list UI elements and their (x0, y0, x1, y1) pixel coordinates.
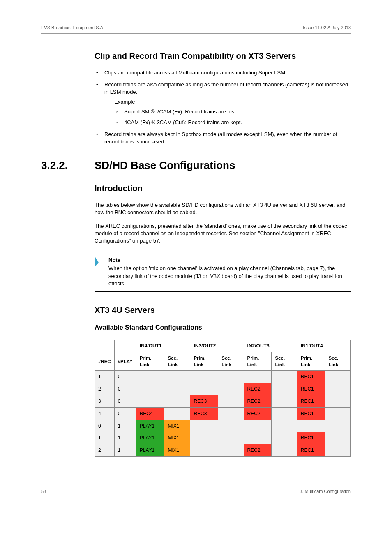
heading-introduction: Introduction (95, 183, 351, 194)
config-table: IN4/OUT1 IN3/OUT2 IN2/OUT3 IN1/OUT4 #REC… (95, 340, 351, 457)
th-prim-4: Prim. Link (297, 352, 325, 371)
cell (164, 407, 190, 420)
cell: REC1 (297, 395, 325, 407)
th-prim-2: Prim. Link (190, 352, 218, 371)
table-row: 20REC2REC1 (95, 383, 351, 395)
cell-play: 1 (114, 420, 136, 432)
cell (272, 444, 297, 457)
cell (190, 383, 218, 395)
cell-play: 0 (114, 383, 136, 395)
cell: MIX1 (164, 444, 190, 457)
section-title: SD/HD Base Configurations (95, 158, 235, 173)
cell (218, 432, 244, 444)
cell: REC2 (244, 407, 272, 420)
footer-rule (41, 486, 351, 486)
note-block: Note When the option 'mix on one channel… (95, 253, 351, 292)
table-row: 30REC3REC2REC1 (95, 395, 351, 407)
cell: PLAY1 (136, 444, 164, 457)
cell (325, 407, 350, 420)
cell: REC1 (297, 371, 325, 383)
th-prim-1: Prim. Link (136, 352, 164, 371)
cell-rec: 0 (95, 420, 115, 432)
th-io2: IN3/OUT2 (190, 340, 244, 352)
cell: PLAY1 (136, 420, 164, 432)
th-sec-3: Sec. Link (272, 352, 297, 371)
th-blank-1 (95, 340, 115, 352)
cell (297, 420, 325, 432)
cell-play: 0 (114, 395, 136, 407)
cell-play: 0 (114, 371, 136, 383)
cell: REC3 (190, 407, 218, 420)
page-number: 58 (41, 488, 46, 495)
cell (190, 444, 218, 457)
cell (325, 444, 350, 457)
header-rule (41, 33, 351, 34)
th-play: #PLAY (114, 352, 136, 371)
compat-bullets: Clips are compatible across all Multicam… (95, 69, 351, 146)
cell (218, 371, 244, 383)
cell (325, 432, 350, 444)
cell (218, 395, 244, 407)
cell: REC1 (297, 407, 325, 420)
cell (136, 383, 164, 395)
cell: MIX1 (164, 432, 190, 444)
cell (190, 432, 218, 444)
bullet-2: Record trains are also compatible as lon… (95, 81, 351, 127)
cell: REC2 (244, 444, 272, 457)
note-title: Note (108, 257, 351, 264)
cell (272, 432, 297, 444)
cell (164, 383, 190, 395)
table-row: 40REC4REC3REC2REC1 (95, 407, 351, 420)
cell-rec: 2 (95, 383, 115, 395)
cell (164, 371, 190, 383)
cell: REC1 (297, 383, 325, 395)
bullet-1: Clips are compatible across all Multicam… (95, 69, 351, 76)
header-right: Issue 11.02.A July 2013 (303, 25, 351, 31)
example-item-1: SuperLSM ® 2CAM (Fx): Record trains are … (114, 108, 351, 116)
cell-play: 1 (114, 432, 136, 444)
cell (272, 407, 297, 420)
cell-play: 0 (114, 407, 136, 420)
cell: REC1 (297, 432, 325, 444)
heading-clip-compat: Clip and Record Train Compatibility on X… (95, 50, 351, 62)
cell-rec: 3 (95, 395, 115, 407)
cell (272, 395, 297, 407)
cell (325, 420, 350, 432)
cell: REC2 (244, 383, 272, 395)
th-io1: IN4/OUT1 (136, 340, 190, 352)
cell-rec: 2 (95, 444, 115, 457)
cell-rec: 4 (95, 407, 115, 420)
cell (218, 444, 244, 457)
cell (325, 383, 350, 395)
cell (164, 395, 190, 407)
intro-para-1: The tables below show the available SD/H… (95, 201, 351, 216)
cell (218, 383, 244, 395)
cell (218, 407, 244, 420)
cell (244, 432, 272, 444)
section-number: 3.2.2. (41, 158, 95, 173)
cell (190, 371, 218, 383)
bullet-3: Record trains are always kept in Spotbox… (95, 131, 351, 146)
intro-para-2: The XREC configurations, presented after… (95, 222, 351, 245)
cell (325, 371, 350, 383)
th-blank-2 (114, 340, 136, 352)
cell: REC4 (136, 407, 164, 420)
cell-play: 1 (114, 444, 136, 457)
bullet-2-text: Record trains are also compatible as lon… (104, 81, 348, 95)
th-io3: IN2/OUT3 (244, 340, 297, 352)
cell (218, 420, 244, 432)
example-items: SuperLSM ® 2CAM (Fx): Record trains are … (114, 108, 351, 126)
cell: MIX1 (164, 420, 190, 432)
example-item-2: 4CAM (Fx) ® 3CAM (Cut): Record trains ar… (114, 119, 351, 126)
table-row: 21PLAY1MIX1REC2REC1 (95, 444, 351, 457)
cell (244, 371, 272, 383)
cell (244, 420, 272, 432)
heading-xt3-4u: XT3 4U Servers (95, 304, 351, 316)
header-left: EVS Broadcast Equipment S.A. (41, 25, 104, 31)
cell (272, 371, 297, 383)
cell-rec: 1 (95, 371, 115, 383)
th-sec-2: Sec. Link (218, 352, 244, 371)
example-label: Example (114, 98, 351, 106)
th-prim-3: Prim. Link (244, 352, 272, 371)
table-row: 11PLAY1MIX1REC1 (95, 432, 351, 444)
